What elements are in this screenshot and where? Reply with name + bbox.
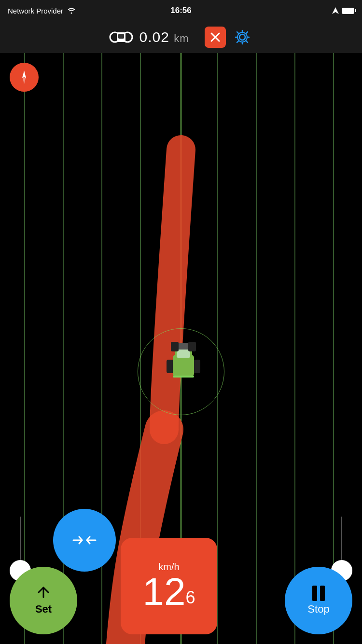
status-right <box>332 7 354 14</box>
compress-icon <box>72 533 97 547</box>
right-slider-track-top <box>341 517 342 560</box>
stop-button[interactable]: Stop <box>285 567 352 634</box>
svg-rect-14 <box>178 343 189 350</box>
tractor-svg <box>109 28 133 47</box>
close-button[interactable] <box>205 27 226 48</box>
wifi-icon <box>67 7 76 14</box>
gear-icon <box>234 28 251 46</box>
bottom-controls: Set km/h 12 6 Stop <box>0 509 362 644</box>
set-button-label: Set <box>35 603 52 616</box>
location-arrow-icon <box>332 7 339 14</box>
settings-button[interactable] <box>232 27 253 48</box>
pause-bar-left <box>312 586 317 601</box>
svg-marker-0 <box>332 7 339 14</box>
svg-rect-15 <box>171 342 179 351</box>
svg-point-7 <box>239 34 245 40</box>
distance-value: 0.02 <box>139 29 169 45</box>
svg-rect-4 <box>118 34 124 39</box>
compass-icon <box>16 70 32 85</box>
distance-display: 0.02 km <box>139 29 189 45</box>
distance-unit: km <box>174 32 189 44</box>
status-bar: Network Provider 16:56 <box>0 0 362 21</box>
status-left: Network Provider <box>8 7 76 15</box>
network-provider-label: Network Provider <box>8 7 63 15</box>
map-area: Set km/h 12 6 Stop <box>0 53 362 644</box>
pause-bar-right <box>320 586 325 601</box>
set-button[interactable]: Set <box>10 567 77 634</box>
pause-icon <box>312 586 325 601</box>
svg-rect-16 <box>188 342 196 351</box>
tractor-vehicle <box>164 338 203 386</box>
left-slider-track-top <box>20 517 21 560</box>
status-time: 16:56 <box>170 6 191 15</box>
compress-button[interactable] <box>53 509 116 572</box>
speed-whole: 12 <box>142 573 185 611</box>
close-icon <box>210 32 221 42</box>
speed-decimal: 6 <box>185 589 195 606</box>
svg-marker-19 <box>22 76 26 84</box>
top-bar: 0.02 km <box>0 21 362 53</box>
stop-button-label: Stop <box>307 603 329 616</box>
compass-button[interactable] <box>10 63 39 92</box>
tractor-icon <box>109 28 133 47</box>
svg-rect-17 <box>173 376 194 378</box>
speed-value: 12 6 <box>142 573 195 611</box>
speed-display: km/h 12 6 <box>121 538 217 634</box>
battery-icon <box>342 8 354 14</box>
set-arrow-icon <box>36 586 51 601</box>
